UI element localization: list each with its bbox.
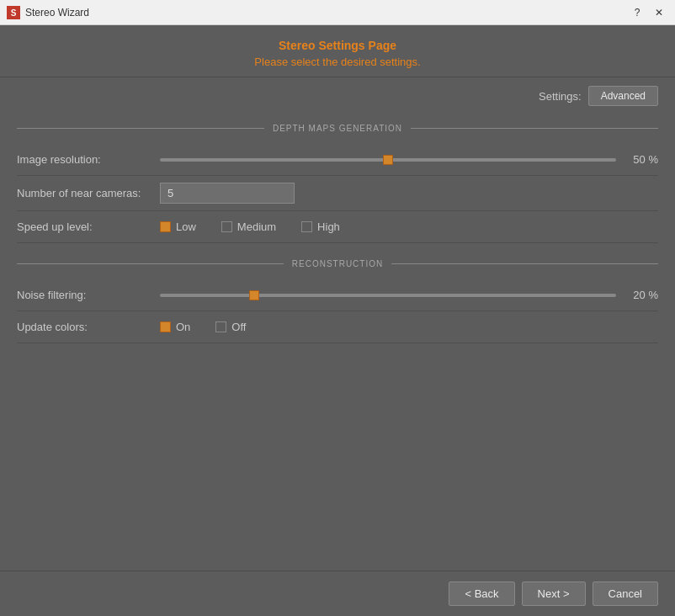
speed-up-label: Speed up level: — [17, 220, 160, 233]
settings-bar: Settings: Advanced — [0, 77, 675, 114]
image-resolution-label: Image resolution: — [17, 153, 160, 166]
speed-medium-option[interactable]: Medium — [221, 220, 276, 233]
image-resolution-control: 50 % — [160, 153, 658, 166]
update-colors-control: On Off — [160, 321, 658, 333]
image-resolution-slider-container: 50 % — [160, 153, 658, 166]
dialog-body: Stereo Settings Page Please select the d… — [0, 25, 675, 616]
speed-high-label: High — [317, 220, 340, 233]
speed-low-checkbox[interactable] — [160, 221, 171, 232]
speed-up-row: Speed up level: Low Medium High — [17, 211, 658, 243]
colors-on-checkbox[interactable] — [160, 321, 171, 332]
settings-label: Settings: — [539, 90, 582, 103]
colors-on-label: On — [176, 321, 190, 333]
reconstruction-divider: RECONSTRUCTION — [17, 257, 658, 269]
cancel-button[interactable]: Cancel — [593, 581, 658, 606]
update-colors-label: Update colors: — [17, 321, 160, 333]
speed-medium-label: Medium — [237, 220, 276, 233]
window-title: Stereo Wizard — [25, 7, 628, 19]
noise-filtering-row: Noise filtering: 20 % — [17, 279, 658, 311]
noise-filtering-label: Noise filtering: — [17, 289, 160, 301]
image-resolution-value: 50 % — [625, 153, 658, 166]
near-cameras-row: Number of near cameras: — [17, 176, 658, 211]
update-colors-options: On Off — [160, 321, 246, 333]
colors-off-checkbox[interactable] — [215, 321, 226, 332]
near-cameras-control — [160, 183, 658, 204]
image-resolution-row: Image resolution: 50 % — [17, 144, 658, 176]
noise-filtering-slider[interactable] — [160, 294, 616, 297]
speed-high-checkbox[interactable] — [301, 221, 312, 232]
speed-high-option[interactable]: High — [301, 220, 340, 233]
update-colors-row: Update colors: On Off — [17, 311, 658, 343]
speed-medium-checkbox[interactable] — [221, 221, 232, 232]
window-controls: ? ✕ — [628, 3, 668, 22]
app-icon: S — [7, 6, 20, 19]
image-resolution-slider[interactable] — [160, 158, 616, 162]
depth-maps-divider: DEPTH MAPS GENERATION — [17, 121, 658, 134]
speed-low-label: Low — [176, 220, 196, 233]
header-title: Stereo Settings Page — [17, 39, 658, 52]
footer: < Back Next > Cancel — [0, 571, 675, 616]
depth-maps-label: DEPTH MAPS GENERATION — [264, 124, 411, 133]
noise-filtering-value: 20 % — [625, 289, 658, 301]
speed-up-options: Low Medium High — [160, 220, 340, 233]
near-cameras-label: Number of near cameras: — [17, 187, 160, 199]
near-cameras-input[interactable] — [160, 183, 295, 204]
header-subtitle: Please select the desired settings. — [17, 56, 658, 68]
back-button[interactable]: < Back — [449, 581, 514, 606]
title-bar: S Stereo Wizard ? ✕ — [0, 0, 675, 25]
colors-on-option[interactable]: On — [160, 321, 190, 333]
noise-filtering-control: 20 % — [160, 289, 658, 301]
svg-text:S: S — [11, 8, 17, 18]
close-button[interactable]: ✕ — [650, 3, 668, 22]
next-button[interactable]: Next > — [522, 581, 586, 606]
advanced-button[interactable]: Advanced — [588, 86, 658, 106]
colors-off-option[interactable]: Off — [215, 321, 246, 333]
colors-off-label: Off — [231, 321, 246, 333]
reconstruction-label: RECONSTRUCTION — [284, 259, 391, 268]
header-section: Stereo Settings Page Please select the d… — [0, 25, 675, 77]
noise-filtering-slider-container: 20 % — [160, 289, 658, 301]
speed-up-control: Low Medium High — [160, 220, 658, 233]
speed-low-option[interactable]: Low — [160, 220, 196, 233]
content-area: DEPTH MAPS GENERATION Image resolution: … — [0, 114, 675, 571]
help-button[interactable]: ? — [628, 3, 646, 22]
